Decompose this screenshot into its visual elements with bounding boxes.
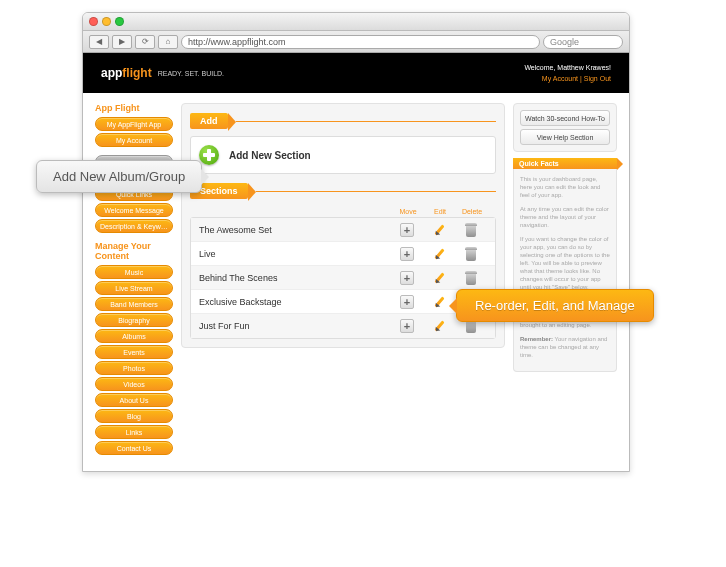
qf-text: Remember: Your navigation and theme can … — [520, 335, 610, 359]
qf-remember: Remember: — [520, 336, 553, 342]
fade-overlay — [0, 507, 726, 567]
add-icon — [199, 145, 219, 165]
move-icon[interactable]: + — [400, 271, 414, 285]
sidebar-item-contact[interactable]: Contact Us — [95, 441, 173, 455]
sidebar-item-music[interactable]: Music — [95, 265, 173, 279]
browser-window: ◀ ▶ ⟳ ⌂ http://www.appflight.com Google … — [82, 12, 630, 472]
qf-text: At any time you can edit the color theme… — [520, 205, 610, 229]
sidebar-item-myaccount[interactable]: My Account — [95, 133, 173, 147]
window-zoom-icon[interactable] — [115, 17, 124, 26]
sidebar-item-livestream[interactable]: Live Stream — [95, 281, 173, 295]
list-item: Just For Fun + — [191, 314, 495, 338]
list-item: Live + — [191, 242, 495, 266]
help-box: Watch 30-second How-To View Help Section — [513, 103, 617, 152]
browser-toolbar: ◀ ▶ ⟳ ⌂ http://www.appflight.com Google — [83, 31, 629, 53]
back-button[interactable]: ◀ — [89, 35, 109, 49]
logo: appflight — [101, 66, 152, 80]
sections-header: Sections — [190, 182, 496, 200]
move-icon[interactable]: + — [400, 295, 414, 309]
sidebar-item-bio[interactable]: Biography — [95, 313, 173, 327]
add-section-header: Add — [190, 112, 496, 130]
move-icon[interactable]: + — [400, 223, 414, 237]
move-icon[interactable]: + — [400, 247, 414, 261]
search-field[interactable]: Google — [543, 35, 623, 49]
sidebar-item-about[interactable]: About Us — [95, 393, 173, 407]
sidebar-title-appflight: App Flight — [95, 103, 173, 113]
section-name[interactable]: Behind The Scenes — [199, 273, 391, 283]
url-field[interactable]: http://www.appflight.com — [181, 35, 540, 49]
header-account: Welcome, Matthew Krawes! My Account | Si… — [524, 62, 611, 84]
edit-icon[interactable] — [432, 271, 446, 285]
add-new-section-button[interactable]: Add New Section — [190, 136, 496, 174]
sidebar-item-myapp[interactable]: My AppFlight App — [95, 117, 173, 131]
sidebar-title-manage: Manage Your Content — [95, 241, 173, 261]
sidebar-item-events[interactable]: Events — [95, 345, 173, 359]
page-content: App Flight My AppFlight App My Account E… — [83, 93, 629, 471]
quick-facts-body: This is your dashboard page, here you ca… — [513, 169, 617, 372]
welcome-text: Welcome, Matthew Krawes! — [524, 62, 611, 73]
section-name[interactable]: Exclusive Backstage — [199, 297, 391, 307]
delete-icon[interactable] — [465, 271, 477, 285]
view-help-button[interactable]: View Help Section — [520, 129, 610, 145]
search-placeholder: Google — [550, 37, 579, 47]
list-item: The Awesome Set + — [191, 218, 495, 242]
sidebar-item-videos[interactable]: Videos — [95, 377, 173, 391]
tagline: READY. SET. BUILD. — [158, 70, 224, 77]
section-name[interactable]: Live — [199, 249, 391, 259]
add-new-section-label: Add New Section — [229, 150, 311, 161]
reload-button[interactable]: ⟳ — [135, 35, 155, 49]
home-button[interactable]: ⌂ — [158, 35, 178, 49]
sidebar-item-links[interactable]: Links — [95, 425, 173, 439]
col-edit: Edit — [424, 208, 456, 215]
window-minimize-icon[interactable] — [102, 17, 111, 26]
sidebar-item-band[interactable]: Band Members — [95, 297, 173, 311]
main-panel: Add Add New Section Sections Move Edit D… — [181, 103, 505, 461]
site-header: appflight READY. SET. BUILD. Welcome, Ma… — [83, 53, 629, 93]
callout-reorder: Re-order, Edit, and Manage — [456, 289, 654, 322]
sidebar-item-albums[interactable]: Albums — [95, 329, 173, 343]
logo-part2: flight — [122, 66, 151, 80]
sections-list: The Awesome Set + Live + — [190, 217, 496, 339]
account-links[interactable]: My Account | Sign Out — [524, 73, 611, 84]
list-item: Behind The Scenes + — [191, 266, 495, 290]
window-close-icon[interactable] — [89, 17, 98, 26]
callout-text: Re-order, Edit, and Manage — [475, 298, 635, 313]
delete-icon[interactable] — [465, 247, 477, 261]
watch-howto-button[interactable]: Watch 30-second How-To — [520, 110, 610, 126]
right-column: Watch 30-second How-To View Help Section… — [513, 103, 617, 461]
qf-text: This is your dashboard page, here you ca… — [520, 175, 610, 199]
sidebar-item-blog[interactable]: Blog — [95, 409, 173, 423]
col-delete: Delete — [456, 208, 488, 215]
col-move: Move — [392, 208, 424, 215]
move-icon[interactable]: + — [400, 319, 414, 333]
sidebar-item-photos[interactable]: Photos — [95, 361, 173, 375]
sidebar: App Flight My AppFlight App My Account E… — [95, 103, 173, 461]
sidebar-item-welcome[interactable]: Welcome Message — [95, 203, 173, 217]
quick-facts-header: Quick Facts — [513, 158, 617, 169]
forward-button[interactable]: ▶ — [112, 35, 132, 49]
delete-icon[interactable] — [465, 223, 477, 237]
url-text: http://www.appflight.com — [188, 37, 286, 47]
sidebar-item-desc[interactable]: Description & Keywords — [95, 219, 173, 233]
qf-text: If you want to change the color of your … — [520, 235, 610, 291]
edit-icon[interactable] — [432, 223, 446, 237]
section-name[interactable]: Just For Fun — [199, 321, 391, 331]
callout-add-album: Add New Album/Group — [36, 160, 202, 193]
callout-text: Add New Album/Group — [53, 169, 185, 184]
logo-part1: app — [101, 66, 122, 80]
section-name[interactable]: The Awesome Set — [199, 225, 391, 235]
edit-icon[interactable] — [432, 247, 446, 261]
window-titlebar — [83, 13, 629, 31]
table-head: Move Edit Delete — [190, 206, 496, 217]
add-header-label: Add — [190, 113, 228, 129]
edit-icon[interactable] — [432, 319, 446, 333]
quick-facts: Quick Facts This is your dashboard page,… — [513, 158, 617, 372]
